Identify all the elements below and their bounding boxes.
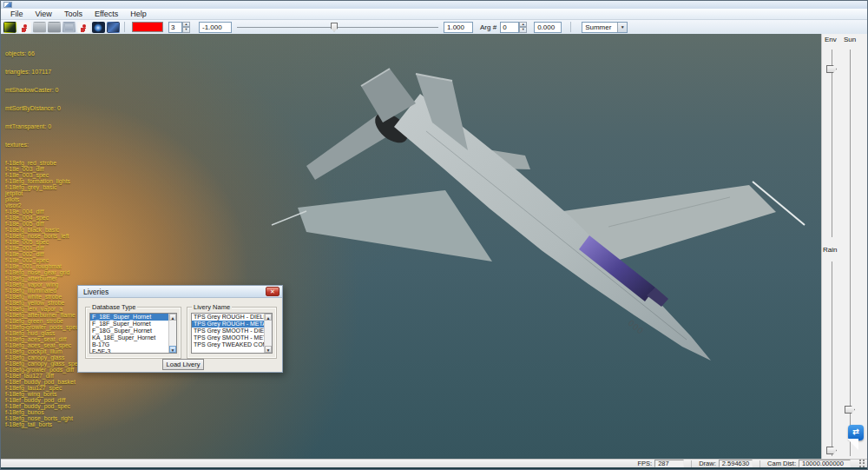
model-icon[interactable] (3, 22, 16, 33)
texture-name: f-18efg_formation_lights (5, 178, 81, 184)
sun-slider-thumb[interactable] (845, 406, 855, 414)
threshold-field[interactable]: -1.000 (199, 22, 232, 33)
season-dropdown[interactable]: Summer ▼ (582, 22, 628, 33)
close-icon[interactable]: ✕ (266, 287, 279, 296)
menu-item[interactable]: Tools (58, 10, 89, 18)
texture-name: f-18e_004_diff (5, 209, 81, 215)
texture-name: f-18e_004_spec (5, 215, 81, 221)
livery-name-item[interactable]: TPS Grey ROUGH - DIELETRIC (192, 314, 264, 321)
livery-name-item[interactable]: TPS Grey TWEAKED COMPOSITE (192, 341, 264, 348)
spinner-down-icon[interactable]: ▼ (519, 27, 527, 33)
scroll-up-icon[interactable]: ▲ (169, 314, 176, 321)
livery-name-item[interactable]: TPS Grey SMOOTH - METALLIC (192, 334, 264, 341)
env-slider-track[interactable] (832, 50, 832, 237)
texture-name: visor2 (5, 202, 81, 209)
camera-icon[interactable] (33, 22, 46, 33)
database-type-item[interactable]: KA_18E_Super_Hornet (90, 334, 168, 341)
livery-name-label: Livery Name (192, 303, 232, 311)
database-type-label: Database Type (90, 303, 137, 311)
arg-spinner-arrows[interactable]: ▲▼ (519, 22, 527, 33)
texture-name: jetpilot (5, 190, 81, 196)
index-spinner-value[interactable]: 3 (168, 22, 182, 33)
texture-name: f-18ef_buddy_pod_basket (5, 379, 81, 385)
chevron-down-icon[interactable]: ▼ (617, 23, 627, 32)
texture-name: f-18efg_nose_borts_left (5, 233, 81, 239)
season-selected: Summer (582, 23, 617, 32)
monitor-icon[interactable] (62, 22, 76, 33)
texture-name: pilots (5, 196, 81, 202)
database-type-item[interactable]: F_18G_Super_Hornet (90, 328, 168, 334)
texture-name: f-18efg_canopy_glass (5, 354, 81, 361)
texture-name: f-18efg_yellow_strobe (5, 300, 81, 306)
scroll-down-icon[interactable]: ▼ (169, 346, 176, 353)
status-bar: FPS: 287 Draw: 2.594630 Cam Dist: 10000.… (1, 459, 867, 467)
livery-name-list[interactable]: TPS Grey ROUGH - DIELETRICTPS Grey ROUGH… (191, 313, 273, 354)
texture-name: f-18e_001_roughmat (5, 263, 81, 269)
rain-slider-track[interactable] (832, 261, 832, 456)
menu-item[interactable]: View (30, 10, 58, 18)
database-type-item[interactable]: B-17G (90, 341, 168, 348)
database-type-item[interactable]: F_18F_Super_Hornet (90, 321, 168, 328)
texture-name: f-18efg_afterburner (5, 275, 81, 281)
sun-slider-track[interactable] (850, 50, 851, 456)
cam-dist-label: Cam Dist: (767, 460, 796, 467)
stat-objects: objects: 66 (5, 50, 81, 56)
dialog-title-bar[interactable]: Liveries ✕ (78, 286, 282, 298)
livery-name-item[interactable]: TPS Grey ROUGH - METALLIC (192, 321, 264, 328)
index-spinner-arrows[interactable]: ▲▼ (182, 22, 190, 33)
scale-field[interactable]: 1.000 (444, 22, 473, 33)
app-icon (3, 2, 12, 8)
resize-grip[interactable] (856, 460, 866, 468)
texture-name: f-18efg_illuminated (5, 288, 81, 294)
database-type-list[interactable]: F_18E_Super_HornetF_18F_Super_HornetF_18… (89, 313, 177, 354)
title-bar[interactable] (1, 1, 867, 9)
env-slider-thumb[interactable] (826, 65, 837, 73)
night-scene-icon[interactable] (107, 22, 120, 33)
menu-item[interactable]: Effects (89, 10, 124, 18)
rain-slider-thumb[interactable] (826, 447, 837, 454)
database-type-item[interactable]: F_18E_Super_Hornet (90, 314, 168, 321)
color-swatch[interactable] (132, 22, 163, 32)
texture-name: f-18efg_white_strobe (5, 294, 81, 300)
draw-value: 2.594630 (719, 460, 753, 467)
fps-label: FPS: (638, 460, 653, 467)
scroll-down-icon[interactable]: ▼ (265, 346, 272, 353)
scroll-up-icon[interactable]: ▲ (265, 314, 272, 321)
arg-value-field[interactable]: 0.000 (534, 22, 562, 33)
texture-name: f-18efg_tail_borts (5, 421, 81, 427)
scrollbar[interactable]: ▲▼ (264, 314, 272, 353)
animation-icon[interactable] (18, 22, 31, 33)
film-icon[interactable] (48, 22, 61, 33)
threshold-slider[interactable] (237, 22, 438, 33)
sun-label: Sun (844, 36, 856, 43)
slider-thumb[interactable] (331, 23, 338, 32)
scrollbar[interactable]: ▲▼ (168, 314, 176, 353)
env-label: Env (825, 36, 837, 43)
texture-name: f-18efg_bunos (5, 409, 81, 415)
texture-name: f-18efg-growler_pods_spec (5, 324, 81, 330)
texture-name: f-18efg_cockpit_illum (5, 348, 81, 354)
texture-name: f-18efg_red_strobe (5, 160, 81, 166)
load-livery-button[interactable]: Load Livery (162, 359, 204, 370)
livery-name-item[interactable]: TPS Grey SMOOTH - DIELETRIC (192, 328, 264, 334)
index-spinner[interactable]: 3 ▲▼ (168, 22, 190, 33)
globe-icon[interactable] (92, 22, 105, 33)
menu-item[interactable]: File (4, 10, 30, 18)
texture-name: f-18efg-growler_pods_diff (5, 367, 81, 373)
texture-name: f-18efg_aces_seat_spec (5, 342, 81, 348)
texture-name: f-18efg_grey_basic (5, 184, 81, 190)
texture-name: f-18e_002_diff (5, 251, 81, 257)
toolbar: 3 ▲▼ -1.000 1.000 Arg # 0 ▲▼ 0.000 Summe… (1, 20, 867, 34)
livery-name-group: Livery Name TPS Grey ROUGH - DIELETRICTP… (187, 307, 277, 359)
database-type-item[interactable]: F-5E-3 (90, 348, 168, 353)
cam-dist-value: 10000.000000 (799, 460, 851, 467)
fps-value: 287 (654, 460, 684, 467)
spinner-down-icon[interactable]: ▼ (182, 27, 190, 33)
arg-spinner-value[interactable]: 0 (500, 22, 519, 33)
viewport-3d[interactable]: 000 objects: 66 triangles: 107117 mtShad… (1, 34, 823, 459)
stat-triangles: triangles: 107117 (5, 69, 81, 75)
pose-icon[interactable] (77, 22, 90, 33)
texture-name: f-18e_002_spec (5, 257, 81, 263)
menu-item[interactable]: Help (124, 10, 153, 18)
arg-spinner[interactable]: 0 ▲▼ (500, 22, 527, 33)
